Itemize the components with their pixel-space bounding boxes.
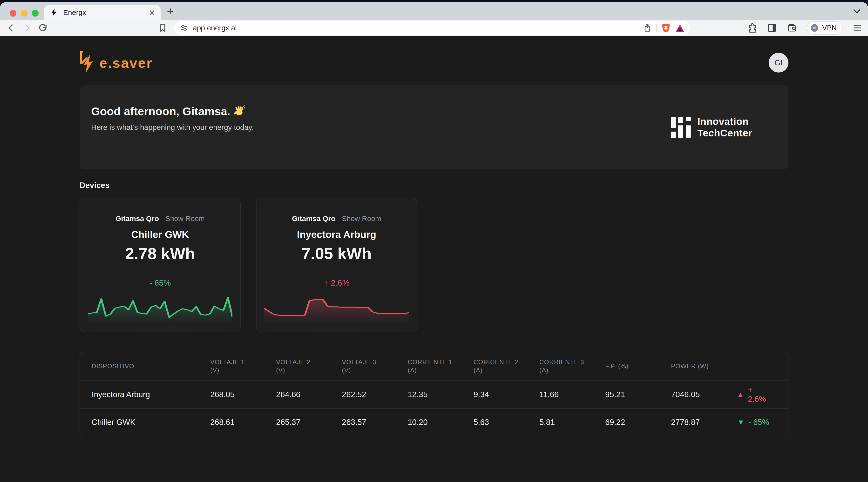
col-corriente1: CORRIENTE 1(A) [408, 358, 473, 375]
col-voltaje1: VOLTAJE 1(V) [210, 358, 276, 375]
cell-c2: 5.63 [473, 418, 539, 427]
brand-logo[interactable]: e.saver [80, 51, 153, 74]
cell-v3: 262.52 [342, 390, 408, 399]
url-bar-divider [656, 24, 657, 32]
trend-label: - 65% [748, 418, 769, 427]
toolbar-right-cluster: VPN [747, 20, 863, 36]
extensions-puzzle-icon[interactable] [747, 23, 757, 33]
location-name: Gitamsa Qro [292, 215, 335, 222]
cell-trend: ▼ - 65% [737, 418, 788, 427]
tab-search-chevron-icon[interactable] [852, 8, 861, 15]
waving-hand-icon [233, 105, 245, 118]
devices-section-title: Devices [80, 181, 788, 190]
brave-rewards-triangle-icon[interactable] [675, 23, 685, 33]
cell-power: 7046.05 [671, 390, 737, 399]
partner-logo: Innovation TechCenter [671, 116, 752, 139]
device-location: Gitamsa Qro - Show Room [292, 215, 381, 223]
partner-logo-text: Innovation TechCenter [697, 116, 752, 139]
hero-text: Good afternoon, Gitamsa. [91, 85, 254, 169]
trend-down-icon: ▼ [737, 418, 745, 426]
hero-subtitle: Here is what’s happening with your energ… [91, 123, 254, 132]
partner-line2: TechCenter [697, 127, 752, 139]
minimize-window-button[interactable] [21, 10, 28, 17]
esaver-bolt-icon [80, 51, 95, 74]
cell-c1: 12.35 [408, 390, 473, 399]
table-row-chiller[interactable]: Chiller GWK 268.61 265.37 263.57 10.20 5… [80, 408, 788, 436]
location-separator: - [159, 215, 165, 222]
new-tab-button[interactable]: + [167, 5, 174, 18]
bookmark-icon[interactable] [158, 23, 167, 33]
tab-strip: Energx × + [0, 2, 868, 20]
vpn-label: VPN [822, 24, 837, 32]
back-button[interactable] [6, 23, 16, 33]
col-power: POWER (W) [671, 362, 737, 371]
vpn-status-icon [810, 23, 819, 33]
hero-banner: Good afternoon, Gitamsa. [80, 85, 788, 169]
window-controls [10, 10, 38, 17]
cell-c3: 11.66 [539, 390, 605, 399]
browser-tab[interactable]: Energx × [44, 5, 161, 20]
device-cards: Gitamsa Qro - Show Room Chiller GWK 2.78… [80, 198, 788, 332]
brand-name: e.saver [99, 55, 153, 71]
cell-c1: 10.20 [408, 418, 473, 427]
device-card-chiller[interactable]: Gitamsa Qro - Show Room Chiller GWK 2.78… [80, 198, 241, 332]
trend-label: + 2.6% [748, 385, 769, 404]
device-name: Inyectora Arburg [297, 229, 376, 240]
device-sparkline-chart [264, 292, 409, 323]
col-corriente3: CORRIENTE 3(A) [539, 358, 605, 375]
cell-c2: 9.34 [473, 390, 539, 399]
greeting-text: Good afternoon, Gitamsa. [91, 105, 230, 118]
cell-v2: 265.37 [276, 418, 342, 427]
trend-up-icon: ▲ [737, 390, 744, 398]
devices-table: DISPOSITIVO VOLTAJE 1(V) VOLTAJE 2(V) VO… [80, 352, 788, 436]
col-voltaje2: VOLTAJE 2(V) [276, 358, 342, 375]
partner-line1: Innovation [697, 116, 752, 127]
app-header: e.saver GI [80, 36, 788, 75]
room-name: Show Room [165, 215, 205, 222]
page-content: e.saver GI Good afternoon, Gitamsa. [0, 36, 868, 482]
cell-fp: 95.21 [605, 390, 671, 399]
location-separator: - [335, 215, 342, 222]
cell-v3: 263.57 [342, 418, 408, 427]
forward-button[interactable] [22, 23, 32, 33]
col-voltaje3: VOLTAJE 3(V) [342, 358, 408, 375]
device-delta: - 65% [150, 278, 171, 288]
device-name: Chiller GWK [131, 229, 189, 240]
browser-window: Energx × + [0, 2, 868, 482]
sidebar-toggle-icon[interactable] [767, 23, 777, 33]
vpn-button[interactable]: VPN [807, 21, 843, 35]
avatar-initials: GI [774, 58, 783, 67]
cell-v2: 264.66 [276, 390, 342, 399]
url-text[interactable]: app.energx.ai [193, 24, 643, 32]
table-header-row: DISPOSITIVO VOLTAJE 1(V) VOLTAJE 2(V) VO… [80, 352, 788, 381]
zoom-window-button[interactable] [32, 10, 38, 17]
cell-device: Inyectora Arburg [80, 390, 210, 399]
url-bar[interactable]: app.energx.ai [174, 21, 690, 35]
cell-v1: 268.05 [210, 390, 276, 399]
table-row-inyectora[interactable]: Inyectora Arburg 268.05 264.66 262.52 12… [80, 381, 788, 408]
cell-power: 2778.87 [671, 418, 737, 427]
device-delta: + 2.6% [324, 278, 350, 288]
device-card-inyectora[interactable]: Gitamsa Qro - Show Room Inyectora Arburg… [256, 198, 417, 332]
reload-button[interactable] [38, 23, 48, 33]
innovation-techcenter-mark-icon [671, 117, 692, 138]
menu-hamburger-icon[interactable] [852, 23, 863, 33]
share-icon[interactable] [643, 23, 652, 33]
close-tab-icon[interactable]: × [149, 8, 155, 18]
close-window-button[interactable] [10, 10, 17, 17]
col-corriente2: CORRIENTE 2(A) [473, 358, 539, 375]
col-fp: F.P. (%) [605, 362, 671, 371]
brave-shield-icon[interactable] [661, 23, 671, 33]
location-name: Gitamsa Qro [116, 215, 159, 222]
site-settings-tune-icon[interactable] [179, 23, 189, 33]
cell-trend: ▲ + 2.6% [737, 385, 788, 404]
cell-c3: 5.81 [539, 418, 605, 427]
device-location: Gitamsa Qro - Show Room [116, 215, 205, 223]
wallet-icon[interactable] [786, 23, 798, 33]
tab-title: Energx [63, 8, 149, 17]
avatar[interactable]: GI [769, 53, 788, 72]
device-energy-value: 7.05 kWh [302, 244, 372, 263]
cell-fp: 69.22 [605, 418, 671, 427]
col-dispositivo: DISPOSITIVO [80, 362, 210, 371]
device-sparkline-chart [88, 292, 232, 323]
